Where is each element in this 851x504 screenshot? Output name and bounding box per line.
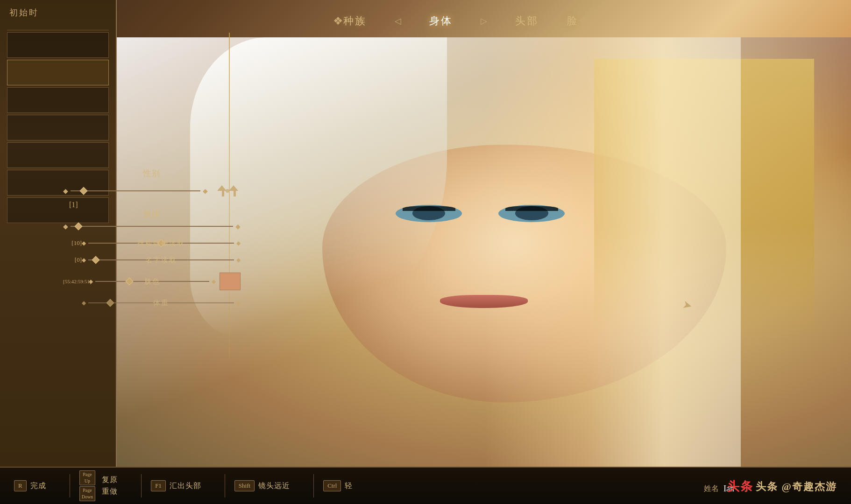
restore-label: 复原 <box>102 475 118 485</box>
weight-track-wrap[interactable]: 体重 <box>88 299 234 307</box>
svg-marker-0 <box>217 185 227 196</box>
gender-slider-track <box>71 190 200 191</box>
name-read-left-deco: ◆ <box>82 257 86 264</box>
redo-label: 重做 <box>102 487 118 497</box>
nav-right-ornament: ❖ <box>578 14 589 28</box>
light-button[interactable]: Ctrl 轻 <box>323 480 353 491</box>
name-read-slider-group: [0] ◆ 名字读取 ◆ <box>63 256 241 264</box>
preset-slider-group: 预设 ◆ ◆ <box>63 209 241 231</box>
eye-left <box>396 205 461 222</box>
preset-slider-track <box>71 226 233 227</box>
preset-slider-row: ◆ ◆ <box>63 222 241 231</box>
preset-slot-2[interactable] <box>7 87 109 113</box>
name-read-track-wrap[interactable]: 名字读取 <box>88 256 234 264</box>
complete-label: 完成 <box>30 481 46 491</box>
gender-slider-group: 性别 ◆ ◆ <box>63 168 241 200</box>
bottom-bar: R 完成 PageUp PageDown 复原 重做 F1 汇出头部 Shift… <box>0 467 851 504</box>
gender-ornament-icon <box>215 182 241 200</box>
weight-slider-group: ◆ 体重 ◆ <box>63 299 241 307</box>
face-data-left-deco: ◆ <box>82 240 86 247</box>
watermark: 头条 头条 @奇趣杰游 <box>727 478 837 495</box>
svg-point-2 <box>226 189 229 193</box>
skin-color-swatch[interactable] <box>220 273 241 290</box>
gender-slider-row: ◆ ◆ <box>63 182 241 200</box>
face-data-value: [10] <box>63 239 82 247</box>
light-label: 轻 <box>345 481 353 491</box>
gender-slider-track-wrap[interactable] <box>71 187 200 195</box>
top-navigation: ❖ 种族 ◁ 身体 ▷ 头部 脸 ❖ <box>93 9 828 33</box>
preset-slot-4[interactable] <box>7 142 109 168</box>
face-data-slider-track-wrap[interactable]: 捏脸数据读取 <box>88 239 234 247</box>
skin-color-right-deco: ◆ <box>212 278 216 285</box>
weight-right-deco: ◆ <box>236 300 241 307</box>
preset-slider-left-deco: ◆ <box>63 223 68 231</box>
light-key: Ctrl <box>323 480 341 491</box>
gender-slider-right-deco: ◆ <box>203 187 208 195</box>
export-key: F1 <box>151 480 166 491</box>
face-data-row: [10] ◆ 捏脸数据读取 ◆ <box>63 239 241 247</box>
export-label: 汇出头部 <box>170 481 201 491</box>
preset-slider-thumb[interactable] <box>75 223 83 231</box>
preset-slider-right-deco: ◆ <box>235 223 241 231</box>
skin-color-thumb[interactable] <box>126 278 134 286</box>
skin-color-slider-group: [55:42:59:51] ◆ 肤色 ◆ <box>63 273 241 290</box>
name-label: 姓名 <box>704 484 719 494</box>
lips <box>440 295 528 308</box>
separator-1 <box>70 474 70 497</box>
tab-head[interactable]: 头部 <box>515 14 539 28</box>
nav-right-arrow[interactable]: ▷ <box>481 16 487 26</box>
preset-label: 预设 <box>63 209 241 219</box>
skin-color-track-wrap[interactable]: 肤色 <box>95 277 209 286</box>
preset-slot-3[interactable] <box>7 115 109 140</box>
page-up-key: PageUp <box>79 470 95 485</box>
face-data-right-deco: ◆ <box>236 240 241 247</box>
restore-redo-labels: 复原 重做 <box>102 475 118 497</box>
preset-slider-track-wrap[interactable] <box>71 222 233 231</box>
eye-right <box>498 205 564 222</box>
sliders-area: 性别 ◆ ◆ 预设 ◆ <box>63 168 241 315</box>
page-key-stack: PageUp PageDown <box>79 470 95 501</box>
gender-label: 性别 <box>63 168 241 179</box>
name-read-row: [0] ◆ 名字读取 ◆ <box>63 256 241 264</box>
name-read-value: [0] <box>63 256 82 264</box>
skin-color-track <box>95 281 209 282</box>
name-read-track <box>88 259 234 260</box>
camera-label: 镜头远近 <box>258 481 290 491</box>
gender-slider-thumb[interactable] <box>79 187 87 195</box>
gender-value-label: [1] <box>69 201 78 209</box>
separator-3 <box>225 474 225 497</box>
weight-left-deco: ◆ <box>82 300 86 307</box>
separator-4 <box>313 474 314 497</box>
name-read-thumb[interactable] <box>92 256 99 264</box>
weight-row: ◆ 体重 ◆ <box>63 299 241 307</box>
camera-button[interactable]: Shift 镜头远近 <box>234 480 290 491</box>
tab-face[interactable]: 脸 <box>567 14 578 28</box>
complete-key: R <box>14 480 27 491</box>
skin-color-value: [55:42:59:51] <box>63 279 89 284</box>
nav-tabs: 种族 ◁ 身体 ▷ 头部 脸 <box>343 14 578 28</box>
face-data-slider-group: [10] ◆ 捏脸数据读取 ◆ <box>63 239 241 247</box>
page-down-key: PageDown <box>79 486 95 501</box>
preset-slot-0[interactable] <box>7 32 109 58</box>
tab-race[interactable]: 种族 <box>343 14 367 28</box>
skin-color-row: [55:42:59:51] ◆ 肤色 ◆ <box>63 273 241 290</box>
skin-color-left-deco: ◆ <box>89 278 93 285</box>
complete-button[interactable]: R 完成 <box>14 480 46 491</box>
light-highlight <box>484 37 741 467</box>
gender-slider-left-deco: ◆ <box>63 187 68 195</box>
nav-left-arrow[interactable]: ◁ <box>395 16 401 26</box>
face-data-thumb[interactable] <box>157 239 165 247</box>
name-read-right-deco: ◆ <box>236 257 241 264</box>
watermark-red-text: 头条 <box>727 478 753 495</box>
preset-slot-1[interactable] <box>7 60 109 85</box>
svg-marker-1 <box>229 185 238 196</box>
weight-thumb[interactable] <box>106 299 114 307</box>
watermark-handle: 头条 @奇趣杰游 <box>756 480 837 494</box>
nav-left-ornament: ❖ <box>333 14 343 28</box>
camera-key: Shift <box>234 480 255 491</box>
export-button[interactable]: F1 汇出头部 <box>151 480 201 491</box>
restore-redo-button[interactable]: PageUp PageDown 复原 重做 <box>79 470 118 501</box>
separator-2 <box>141 474 142 497</box>
tab-body[interactable]: 身体 <box>429 14 453 28</box>
